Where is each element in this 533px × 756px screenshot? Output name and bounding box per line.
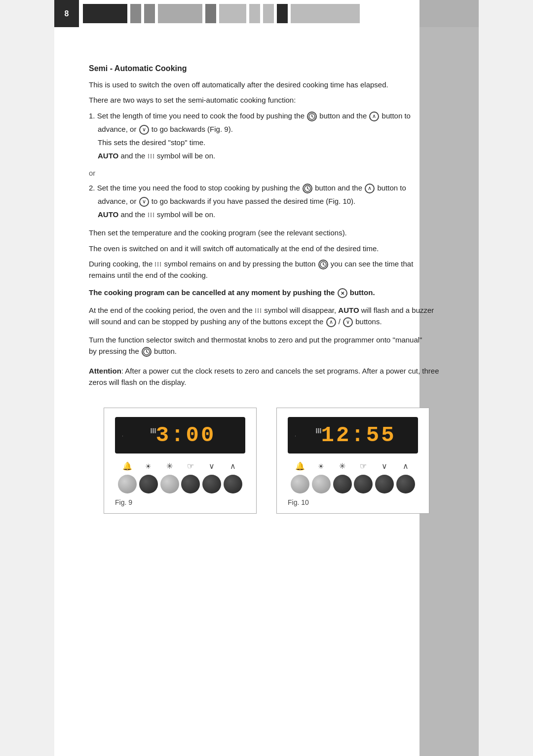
header-segments (79, 0, 419, 27)
or-separator: or (89, 169, 444, 177)
fig10-icon-5: ∨ (376, 461, 393, 471)
bar-seg-8 (263, 4, 274, 23)
cancel-icon: ✕ (338, 288, 347, 298)
step2-indent: advance, or ∨ to go backwards if you hav… (98, 195, 444, 207)
manual-button-icon (142, 347, 152, 357)
bold-cancel-line: The cooking program can be cancelled at … (89, 287, 444, 298)
step1-auto: AUTO and the ⁞⁞⁞ symbol will be on. (98, 150, 444, 161)
fig10-btn-3[interactable] (333, 475, 352, 493)
fig9-btn-5[interactable] (202, 475, 221, 493)
header-right-block (419, 0, 479, 27)
bar-seg-1 (83, 4, 127, 23)
fig10-btn-2[interactable] (312, 475, 331, 493)
fig9-button-row (115, 475, 245, 493)
clock-icon-2 (303, 184, 312, 193)
fig10-btn-1[interactable] (291, 475, 309, 493)
intro-line-1: This is used to switch the oven off auto… (89, 79, 444, 90)
fig10-button-row (288, 475, 418, 493)
fig9-icon-1: 🔔 (118, 461, 136, 471)
fig9-time: ⁞⁞⁞3:00 (127, 423, 238, 448)
step-2: 2. Set the time you need the food to sto… (89, 182, 444, 221)
fig-9-box: · ⁞⁞⁞3:00 🔔 ☀ ✳ ☞ ∨ ∧ (104, 408, 257, 514)
up-arrow-icon-2: ∧ (365, 184, 375, 193)
fig10-icon-2: ☀ (312, 462, 330, 470)
step2-auto: AUTO and the ⁞⁞⁞ symbol will be on. (98, 209, 444, 220)
fig9-icon-row: 🔔 ☀ ✳ ☞ ∨ ∧ (115, 461, 245, 471)
fig9-btn-6[interactable] (224, 475, 242, 493)
para-during-cooking: During cooking, the ⁞⁞⁞ symbol remains o… (89, 258, 444, 281)
fig9-btn-1[interactable] (118, 475, 137, 493)
fig10-icon-4: ☞ (354, 461, 372, 471)
para-selector: Turn the function selector switch and th… (89, 334, 444, 357)
up-arrow-icon-1: ∧ (369, 112, 379, 121)
fig9-icon-6: ∧ (224, 461, 242, 471)
fig10-icon-6: ∧ (397, 461, 415, 471)
fig10-btn-4[interactable] (354, 475, 373, 493)
bar-seg-2 (130, 4, 141, 23)
fig9-icon-3: ✳ (161, 461, 179, 471)
para-oven-switched: The oven is switched on and it will swit… (89, 243, 444, 254)
svg-point-3 (311, 116, 312, 117)
main-content: Semi - Automatic Cooking This is used to… (89, 64, 444, 514)
fig10-dot: · (295, 432, 296, 439)
step1-text: 1. Set the length of time you need to co… (89, 112, 411, 120)
header-bar: 8 (54, 0, 479, 27)
fig10-icon-3: ✳ (334, 461, 351, 471)
bar-seg-6 (219, 4, 246, 23)
fig10-icon-row: 🔔 ☀ ✳ ☞ ∨ ∧ (288, 461, 418, 471)
fig10-btn-6[interactable] (396, 475, 415, 493)
fig-10-box: · ⁞⁞⁞12:55 🔔 ☀ ✳ ☞ ∨ ∧ (276, 408, 429, 514)
bar-seg-10 (291, 4, 360, 23)
section-title: Semi - Automatic Cooking (89, 64, 444, 73)
fig9-icon-5: ∨ (203, 461, 221, 471)
fig9-icon-2: ☀ (140, 462, 157, 470)
up-icon-ref: ∧ (326, 317, 336, 327)
bar-seg-7 (249, 4, 260, 23)
fig10-display: · ⁞⁞⁞12:55 (288, 417, 418, 454)
para-then-set: Then set the temperature and the cooking… (89, 227, 444, 238)
svg-point-7 (307, 188, 308, 189)
fig10-btn-5[interactable] (375, 475, 394, 493)
clock-icon-3 (318, 260, 328, 269)
fig9-icon-4: ☞ (182, 461, 199, 471)
fig9-display: · ⁞⁞⁞3:00 (115, 417, 245, 454)
bar-seg-9 (277, 4, 288, 23)
step2-text: 2. Set the time you need the food to sto… (89, 184, 406, 192)
svg-point-13 (323, 264, 324, 265)
figures-container: · ⁞⁞⁞3:00 🔔 ☀ ✳ ☞ ∨ ∧ (89, 408, 444, 514)
fig10-label: Fig. 10 (288, 498, 418, 506)
fig9-btn-2[interactable] (139, 475, 158, 493)
clock-icon-1 (307, 112, 317, 121)
down-icon-ref: ∨ (343, 317, 353, 327)
step1-stop-time: This sets the desired "stop" time. (98, 137, 444, 148)
intro-line-2: There are two ways to set the semi-autom… (89, 94, 444, 106)
bar-seg-5 (205, 4, 216, 23)
fig10-icon-1: 🔔 (291, 461, 309, 471)
fig9-dot: · (122, 432, 123, 439)
down-arrow-icon-2: ∨ (139, 197, 149, 207)
para-end-cooking: At the end of the cooking period, the ov… (89, 304, 444, 328)
fig9-label: Fig. 9 (115, 498, 245, 506)
step1-indent: advance, or ∨ to go backwards (Fig. 9). (98, 123, 444, 135)
fig9-btn-3[interactable] (160, 475, 179, 493)
fig9-btn-4[interactable] (181, 475, 200, 493)
fig10-time: ⁞⁞⁞12:55 (300, 423, 411, 448)
page-number: 8 (54, 0, 79, 27)
svg-point-17 (146, 351, 147, 352)
bar-seg-3 (144, 4, 155, 23)
step-1: 1. Set the length of time you need to co… (89, 110, 444, 162)
para-attention: Attention: After a power cut the clock r… (89, 365, 444, 388)
down-arrow-icon-1: ∨ (139, 125, 149, 135)
bar-seg-4 (158, 4, 202, 23)
